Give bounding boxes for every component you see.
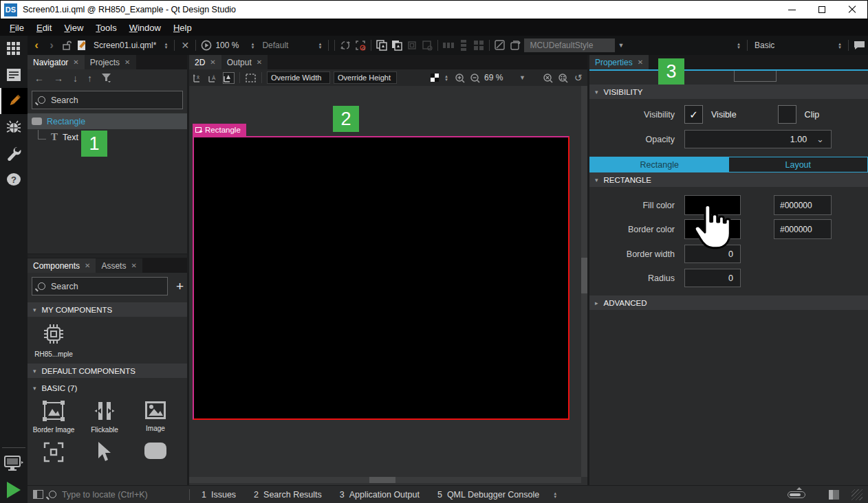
tree-item-rectangle[interactable]: Rectangle <box>28 113 187 129</box>
tab-close-icon[interactable]: ✕ <box>210 58 215 66</box>
kit-spinner[interactable]: ▴▾ <box>836 42 844 49</box>
pane-search-results[interactable]: 2 Search Results <box>248 490 328 500</box>
document-spinner[interactable]: ▴▾ <box>162 42 170 49</box>
navigator-search[interactable] <box>32 91 183 109</box>
menu-help[interactable]: Help <box>168 21 197 34</box>
grid-layout-icon[interactable] <box>473 39 485 52</box>
tab-output[interactable]: Output ✕ <box>221 55 268 69</box>
zoom-dropdown-icon[interactable]: ▼ <box>519 74 525 81</box>
export-disabled-icon[interactable] <box>354 39 367 52</box>
menu-window[interactable]: Window <box>124 21 166 34</box>
preview-zoom-value[interactable]: 100 % <box>215 41 246 50</box>
clip-checkbox[interactable] <box>778 105 796 124</box>
minimize-button[interactable] <box>777 1 807 19</box>
edit-mode-button[interactable] <box>0 62 28 88</box>
style-dropdown-icon[interactable]: ▼ <box>618 42 624 49</box>
vscroll-thumb[interactable] <box>581 258 587 293</box>
menu-tools[interactable]: Tools <box>90 21 122 34</box>
panel-splitter[interactable] <box>28 254 187 258</box>
hscroll-thumb[interactable] <box>369 477 395 483</box>
nav-move-down-icon[interactable]: ↓ <box>73 73 78 84</box>
run-button[interactable] <box>0 477 28 503</box>
run-preview-icon[interactable] <box>200 39 213 52</box>
background-spinner[interactable]: ▴▾ <box>442 74 451 81</box>
clone-outline-icon[interactable] <box>406 39 418 52</box>
section-my-components[interactable]: ▾ MY COMPONENTS <box>28 302 187 317</box>
design-mode-button[interactable] <box>0 88 28 114</box>
right-sidebar-toggle-icon[interactable] <box>829 490 839 500</box>
tab-rectangle-props[interactable]: Rectangle <box>590 157 729 172</box>
radius-field[interactable]: 0 <box>684 269 741 287</box>
show-bounds-icon[interactable] <box>245 72 257 84</box>
components-search[interactable] <box>32 277 168 295</box>
row-layout-icon[interactable] <box>442 39 455 52</box>
preview-zoom-spinner[interactable]: ▴▾ <box>248 42 257 49</box>
panes-spinner[interactable]: ▴▾ <box>551 491 559 498</box>
column-layout-icon[interactable] <box>457 39 470 52</box>
style-selector[interactable]: MCUDefaultStyle <box>524 38 615 52</box>
debug-mode-button[interactable] <box>0 114 28 140</box>
maximize-button[interactable] <box>807 1 837 19</box>
locator[interactable] <box>49 490 184 500</box>
tab-close-icon[interactable]: ✕ <box>257 58 262 66</box>
tab-2d[interactable]: 2D ✕ <box>189 55 221 69</box>
zoom-selection-icon[interactable] <box>542 72 554 84</box>
navigator-search-input[interactable] <box>51 96 177 105</box>
back-button[interactable]: ‹ <box>30 39 43 52</box>
nav-left-icon[interactable]: ← <box>34 73 44 84</box>
close-button[interactable] <box>837 1 867 19</box>
components-search-input[interactable] <box>51 282 162 291</box>
snapping-anchors-icon[interactable]: Â <box>208 72 219 84</box>
tree-item-text[interactable]: T Text <box>28 129 187 145</box>
tab-close-icon[interactable]: ✕ <box>85 262 90 269</box>
component-border-image[interactable]: Border Image <box>33 401 74 434</box>
component-rectangle[interactable] <box>135 442 176 462</box>
tab-navigator[interactable]: Navigator ✕ <box>28 55 85 69</box>
component-item[interactable] <box>33 442 74 462</box>
tab-close-icon[interactable]: ✕ <box>124 58 130 66</box>
nav-move-up-icon[interactable]: ↑ <box>87 73 92 84</box>
tab-assets[interactable]: Assets ✕ <box>96 258 142 273</box>
menu-file[interactable]: File <box>4 21 30 34</box>
tab-close-icon[interactable]: ✕ <box>131 262 136 269</box>
override-width-input[interactable] <box>267 71 330 84</box>
snapping-icon[interactable] <box>223 72 235 84</box>
lock-icon[interactable] <box>61 39 73 52</box>
menu-view[interactable]: View <box>58 21 89 34</box>
kit-selector-button[interactable] <box>0 451 28 477</box>
sync-icon[interactable] <box>339 39 351 52</box>
zoom-in-icon[interactable] <box>454 72 466 84</box>
edit-annotation-icon[interactable] <box>494 39 506 52</box>
duplicate-down-icon[interactable] <box>391 39 403 52</box>
style-spinner[interactable]: ▴▾ <box>735 42 743 49</box>
projects-mode-button[interactable] <box>0 140 28 166</box>
tab-close-icon[interactable]: ✕ <box>638 58 643 66</box>
resize-grip[interactable] <box>851 489 862 500</box>
tab-close-icon[interactable]: ✕ <box>73 58 78 66</box>
border-color-hex-field[interactable]: #000000 <box>774 219 832 239</box>
pane-qml-debugger-console[interactable]: 5 QML Debugger Console <box>431 490 545 500</box>
canvas-hscrollbar[interactable] <box>189 477 581 483</box>
menu-edit[interactable]: Edit <box>31 21 57 34</box>
pane-application-output[interactable]: 3 Application Output <box>334 490 426 500</box>
design-canvas[interactable]: Rectangle <box>189 86 587 485</box>
section-advanced[interactable]: ▸ ADVANCED <box>589 295 868 310</box>
filter-icon[interactable] <box>102 74 111 82</box>
canvas-zoom-value[interactable]: 69 % <box>484 73 516 82</box>
no-snapping-icon[interactable]: x̂ <box>193 72 204 84</box>
rotate-item-icon[interactable] <box>509 39 521 52</box>
component-rh850-example[interactable]: RH85...mple <box>33 322 74 358</box>
kit-combo[interactable]: Basic <box>752 41 833 50</box>
tab-components[interactable]: Components ✕ <box>28 258 96 273</box>
welcome-mode-button[interactable] <box>0 36 28 62</box>
help-mode-button[interactable]: ? <box>0 166 28 192</box>
target-spinner[interactable]: ▴▾ <box>316 42 324 49</box>
add-module-button[interactable]: + <box>172 280 187 293</box>
section-visibility[interactable]: ▾ VISIBILITY <box>589 85 868 99</box>
section-default-components[interactable]: ▾ DEFAULT COMPONENTS <box>28 364 187 378</box>
rectangle-item[interactable] <box>193 136 569 420</box>
component-image[interactable]: Image <box>135 401 176 434</box>
clone-badge-icon[interactable] <box>421 39 433 52</box>
component-mouse-area[interactable] <box>84 442 125 462</box>
override-height-input[interactable] <box>334 71 397 84</box>
